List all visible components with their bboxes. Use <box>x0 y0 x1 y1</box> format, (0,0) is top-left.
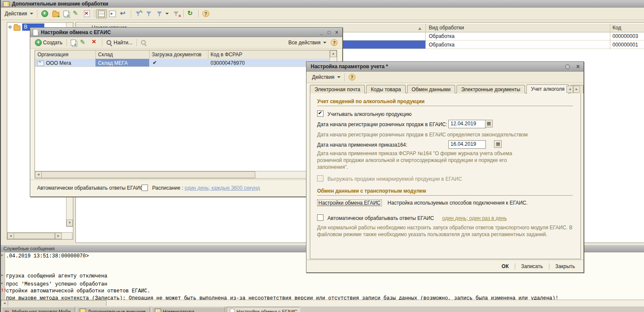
scroll-thumb[interactable] <box>41 171 255 178</box>
log-line: стройки автоматической обработки ответов… <box>6 288 150 294</box>
copy-button[interactable] <box>69 38 78 47</box>
filter-history-button[interactable] <box>154 9 171 18</box>
track-alcohol-checkbox[interactable] <box>317 110 323 117</box>
log-error-marker: !! <box>1 288 6 293</box>
tree-hscrollbar[interactable]: ◄ ► <box>7 232 72 239</box>
egais-table-row[interactable]: ООО Мега Склад МЕГА ✔ 030000476970 <box>35 59 329 67</box>
log-arrow-marker: ▸ <box>1 281 3 285</box>
taskbar-item-external[interactable]: Дополнительные внешние <box>77 307 150 312</box>
column-divider <box>425 23 426 32</box>
column-header-kind[interactable]: Вид обработки <box>429 25 464 31</box>
egais-exchange-settings-link[interactable]: Настройки обмена ЕГАИС <box>317 199 382 206</box>
edit-button[interactable] <box>71 9 82 18</box>
taskbar-item-egais[interactable]: Настройки обмена с ЕГАИС <box>227 307 300 312</box>
scroll-left-button[interactable]: ◄ <box>1 300 8 306</box>
date2-calendar-button[interactable] <box>494 140 502 148</box>
tab-email[interactable]: Электронная почта <box>310 85 365 93</box>
scroll-down-button[interactable]: ▼ <box>66 220 73 226</box>
clear-find-button[interactable] <box>139 38 149 47</box>
main-window-titlebar: Дополнительные внешние обработки <box>1 0 644 8</box>
params-window: Настройка параметров учета * × Действия … <box>306 61 584 273</box>
close-button[interactable]: × <box>574 63 582 70</box>
tree-expand-icon[interactable]: ⊕ <box>8 24 12 30</box>
egais-settings-window: Настройки обмена с ЕГАИС _ □ × Создать Н… <box>30 27 343 197</box>
tab-alcohol[interactable]: Учет алкоголя <box>526 84 569 94</box>
taskbar-item-nomenclature[interactable]: Номенклатура <box>152 307 225 312</box>
copy-button[interactable] <box>61 9 71 18</box>
auto-schedule-link[interactable]: один день; один раз в день <box>442 215 507 221</box>
egais-footer: Автоматически обрабатывать ответы ЕГАИС:… <box>30 179 342 196</box>
filter-button[interactable] <box>144 9 154 18</box>
help-button[interactable] <box>347 72 358 82</box>
auto-process-checkbox[interactable] <box>317 214 323 221</box>
add-group-button[interactable] <box>50 9 61 18</box>
refresh-button[interactable] <box>185 9 196 18</box>
actions-menu-button[interactable]: Действия <box>3 9 35 18</box>
column-header-warehouse[interactable]: Склад <box>98 52 113 58</box>
schedule-link[interactable]: один день; каждые 3600 секунд <box>185 185 260 191</box>
alcohol-tab-panel: Учет сведений по алкогольной продукции У… <box>310 93 581 259</box>
list-view-button[interactable] <box>96 9 107 18</box>
section-title-transport: Обмен данными с транспортным модулем <box>317 188 573 196</box>
up-level-icon <box>120 10 127 17</box>
scroll-thumb[interactable] <box>14 233 55 239</box>
egais-hscrollbar[interactable]: ◄ <box>35 171 337 179</box>
ok-button[interactable]: ОК <box>497 262 514 271</box>
tab-scroll-left-button[interactable]: ◄ <box>566 86 573 93</box>
search-icon <box>106 40 113 46</box>
minimize-button[interactable]: _ <box>318 29 325 35</box>
tab-data-exchange[interactable]: Обмен данными <box>407 85 455 93</box>
delete-button[interactable] <box>89 38 100 47</box>
tab-product-codes[interactable]: Коды товара <box>366 85 406 93</box>
all-actions-button[interactable]: Все действия <box>286 38 329 47</box>
egais-header-row: Организация Склад Загрузка документов Ко… <box>35 50 337 59</box>
save-button[interactable]: Записать <box>516 262 548 271</box>
pin-icon[interactable] <box>565 64 570 69</box>
edit-button[interactable] <box>78 38 89 47</box>
close-button[interactable]: × <box>333 29 341 35</box>
help-button[interactable] <box>200 9 211 18</box>
unmarked-row: Выгружать продажи немаркируемой продукци… <box>317 175 462 182</box>
scroll-left-button[interactable]: ◄ <box>7 233 14 239</box>
clear-filter-button[interactable]: × <box>171 9 182 18</box>
column-header-fsrar[interactable]: Код в ФСРАР <box>211 52 242 58</box>
create-button[interactable]: Создать <box>33 38 65 47</box>
main-window-title: Дополнительные внешние обработки <box>12 1 108 7</box>
add-button[interactable] <box>39 9 50 18</box>
date1-calendar-button[interactable] <box>485 120 493 127</box>
tab-scroll-right-button[interactable]: ► <box>573 86 580 93</box>
scroll-left-button[interactable]: ◄ <box>35 171 42 178</box>
tab-edocs[interactable]: Электронные документы <box>456 85 525 93</box>
column-header-org[interactable]: Организация <box>38 52 68 58</box>
select-mode-button[interactable] <box>107 9 118 18</box>
column-header-code[interactable]: Код <box>612 25 621 31</box>
find-button[interactable]: Найти... <box>104 38 135 47</box>
close-button[interactable]: Закрыть <box>550 262 580 271</box>
date1-input[interactable]: 12.04.2019 <box>448 120 486 128</box>
scroll-up-button[interactable]: ▲ <box>330 50 337 57</box>
egais-titlebar[interactable]: Настройки обмена с ЕГАИС _ □ × <box>30 28 342 37</box>
help-button[interactable] <box>329 38 340 47</box>
delete-icon <box>91 39 98 46</box>
go-up-button[interactable] <box>118 9 129 18</box>
maximize-button[interactable]: □ <box>325 29 333 35</box>
scroll-right-button[interactable]: ► <box>55 233 62 239</box>
delete-button[interactable] <box>82 9 92 18</box>
date2-row: Дата начала применения приказа164: <box>317 142 407 148</box>
taskbar-item-mobile[interactable]: Мобильная торговля Моби- <box>2 307 75 312</box>
filter-setup-button[interactable]: ✎ <box>133 9 144 18</box>
scroll-thumb[interactable] <box>8 300 107 306</box>
taskbar-item-label: Дополнительные внешние <box>88 309 145 312</box>
params-titlebar[interactable]: Настройка параметров учета * × <box>306 62 583 72</box>
toolbar-separator <box>102 39 102 46</box>
auto-process-checkbox[interactable] <box>142 185 148 191</box>
pencil-icon <box>73 10 80 17</box>
date2-hint-line1: Дата начала применения приказа ФСРАР №16… <box>317 150 512 156</box>
delete-icon <box>84 10 90 17</box>
params-buttonbar: ОК Записать Закрыть <box>306 260 583 272</box>
chevron-down-icon <box>165 13 169 16</box>
actions-menu-button[interactable]: Действия <box>310 73 343 81</box>
column-header-loaddocs[interactable]: Загрузка документов <box>152 52 202 58</box>
grid-icon <box>80 309 86 312</box>
date2-input[interactable]: 16.04.2019 <box>448 140 486 149</box>
